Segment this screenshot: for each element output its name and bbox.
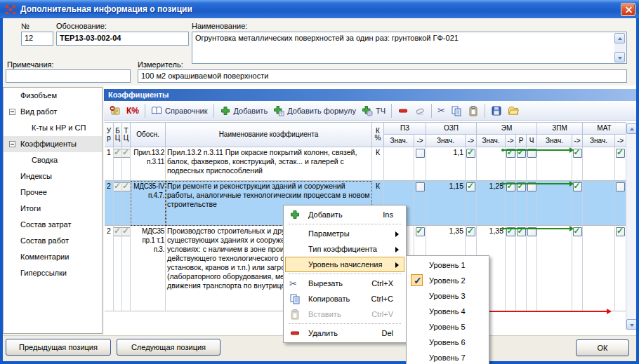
close-button[interactable] bbox=[621, 3, 635, 16]
col-header-znach[interactable]: Знач. bbox=[426, 135, 466, 147]
scroll-down-icon[interactable] bbox=[626, 319, 637, 330]
cell-zpm-arrow[interactable] bbox=[572, 181, 583, 226]
menu-item-delete[interactable]: Удалить Del bbox=[285, 325, 404, 341]
cell-ozp-arrow[interactable] bbox=[466, 147, 477, 181]
sidebar-item-kty-k-nr-i-sp[interactable]: К-ты к НР и СП bbox=[4, 120, 102, 136]
cell-em-r[interactable] bbox=[516, 147, 527, 181]
menu-item-add[interactable]: Добавить Ins bbox=[285, 207, 404, 222]
checkbox[interactable] bbox=[466, 182, 475, 191]
col-header-arrow[interactable]: -> bbox=[414, 135, 426, 147]
col-header-obosn[interactable]: Обосн. bbox=[131, 122, 166, 147]
cell-zpm-arrow[interactable] bbox=[572, 226, 583, 311]
add-button[interactable]: Добавить bbox=[217, 104, 271, 118]
menu-item-paste[interactable]: Вставить Ctrl+V bbox=[285, 306, 404, 322]
col-group-mat[interactable]: МАТ bbox=[583, 122, 626, 135]
delete-button[interactable] bbox=[395, 104, 411, 118]
cell-pz-arrow[interactable] bbox=[414, 181, 426, 226]
menu-item-accrual-level[interactable]: Уровень начисления bbox=[285, 257, 404, 272]
col-header-tc[interactable]: ТЦ bbox=[122, 122, 131, 147]
menu-item-cut[interactable]: ✂ Вырезать Ctrl+X bbox=[285, 276, 404, 291]
checkbox[interactable] bbox=[616, 149, 625, 158]
measure-field[interactable]: 100 м2 окрашиваемой поверхности bbox=[138, 69, 627, 83]
col-header-znach[interactable]: Знач. bbox=[384, 135, 414, 147]
list-button[interactable] bbox=[107, 104, 124, 118]
submenu-item-level-2[interactable]: Уровень 2 bbox=[408, 273, 487, 288]
sidebar-item-fizobem[interactable]: Физобъем bbox=[4, 88, 102, 104]
checkbox[interactable] bbox=[416, 182, 425, 191]
checkbox[interactable] bbox=[573, 149, 582, 158]
cell-mat-arrow[interactable] bbox=[615, 181, 626, 226]
checkbox[interactable] bbox=[466, 149, 475, 158]
col-header-znach[interactable]: Знач. bbox=[537, 135, 572, 147]
cell-obosn[interactable]: Прил.13.2 п.3.11 bbox=[131, 147, 166, 181]
cell-em-arrow[interactable] bbox=[506, 226, 516, 311]
checkbox[interactable] bbox=[573, 182, 582, 191]
title-bar[interactable]: Дополнительная информация о позиции bbox=[0, 0, 639, 18]
collapse-icon[interactable] bbox=[9, 141, 15, 147]
col-header-r[interactable]: Р bbox=[516, 135, 527, 147]
sidebar-item-prochee[interactable]: Прочее bbox=[4, 184, 102, 201]
ok-button[interactable]: ОК bbox=[576, 339, 629, 356]
col-header-znach[interactable]: Знач. bbox=[477, 135, 506, 147]
name-field-scrollbar[interactable] bbox=[614, 33, 626, 62]
cell-ozp-arrow[interactable] bbox=[466, 181, 477, 226]
cell-k[interactable]: К bbox=[372, 147, 384, 181]
col-header-znach[interactable]: Знач. bbox=[583, 135, 615, 147]
cell-mat-znach[interactable] bbox=[583, 147, 615, 181]
checkbox[interactable] bbox=[616, 227, 625, 236]
cell-name[interactable]: Прил.13.2 п.3.11 При окраске покрытий ко… bbox=[166, 147, 372, 181]
sidebar-item-sostav-zatrat[interactable]: Состав затрат bbox=[4, 217, 102, 233]
sidebar-item-vid-rabot[interactable]: Вид работ bbox=[4, 104, 102, 120]
cell-mat-znach[interactable] bbox=[583, 226, 615, 311]
checkbox[interactable] bbox=[466, 227, 475, 236]
add-formula-button[interactable]: Добавить формулу bbox=[270, 104, 359, 118]
col-group-ozp[interactable]: ОЗП bbox=[426, 122, 477, 135]
col-header-ch[interactable]: Ч bbox=[527, 135, 537, 147]
submenu-item-level-6[interactable]: Уровень 6 bbox=[408, 335, 487, 350]
submenu-item-level-1[interactable]: Уровень 1 bbox=[408, 257, 487, 273]
col-header-arrow[interactable]: -> bbox=[572, 135, 583, 147]
cell-em-ch[interactable] bbox=[527, 147, 537, 181]
col-header-arrow[interactable]: -> bbox=[506, 135, 516, 147]
submenu-item-level-5[interactable]: Уровень 5 bbox=[408, 319, 487, 335]
cell-zpm-znach[interactable] bbox=[537, 147, 572, 181]
cell-mat-znach[interactable] bbox=[583, 181, 615, 226]
submenu-item-level-4[interactable]: Уровень 4 bbox=[408, 304, 487, 319]
cell-em-znach[interactable] bbox=[477, 147, 506, 181]
col-header-name[interactable]: Наименование коэффициента bbox=[166, 122, 372, 147]
scroll-down-icon[interactable] bbox=[614, 52, 625, 62]
notes-field[interactable] bbox=[6, 69, 131, 83]
col-group-em[interactable]: ЭМ bbox=[477, 122, 537, 135]
col-header-k[interactable]: К% bbox=[372, 122, 384, 147]
cell-obosn[interactable]: МДС35-IV п.4.7. bbox=[131, 181, 166, 226]
cell-em-arrow[interactable] bbox=[506, 147, 516, 181]
justification-field[interactable]: ТЕР13-03-002-04 bbox=[56, 32, 189, 46]
scroll-up-icon[interactable] bbox=[614, 33, 625, 43]
sidebar-item-kommentarii[interactable]: Комментарии bbox=[4, 249, 102, 265]
checkbox[interactable] bbox=[616, 182, 625, 191]
cell-zpm-znach[interactable] bbox=[537, 226, 572, 311]
number-field[interactable]: 12 bbox=[21, 32, 53, 46]
copy-button[interactable] bbox=[448, 104, 465, 118]
col-header-arrow[interactable]: -> bbox=[615, 135, 626, 147]
cell-pz-arrow[interactable] bbox=[414, 147, 426, 181]
scroll-up-icon[interactable] bbox=[626, 123, 637, 134]
col-header-ur[interactable]: Ур bbox=[105, 122, 114, 147]
checkbox[interactable] bbox=[416, 227, 425, 236]
submenu-item-level-3[interactable]: Уровень 3 bbox=[408, 288, 487, 304]
sidebar-item-itogi[interactable]: Итоги bbox=[4, 201, 102, 217]
cell-em-arrow[interactable] bbox=[506, 181, 516, 226]
reference-button[interactable]: Справочник bbox=[148, 104, 211, 118]
cell-em-ch[interactable] bbox=[527, 226, 537, 311]
col-group-zpm[interactable]: ЗПМ bbox=[537, 122, 583, 135]
sidebar-item-svodka[interactable]: Сводка bbox=[4, 152, 102, 168]
checkbox[interactable] bbox=[573, 227, 582, 236]
cell-ozp-znach[interactable]: 1,15 bbox=[426, 181, 466, 226]
cell-mat-arrow[interactable] bbox=[615, 147, 626, 181]
cell-zpm-znach[interactable] bbox=[537, 181, 572, 226]
sidebar-item-indeksy[interactable]: Индексы bbox=[4, 168, 102, 184]
eraser-button[interactable] bbox=[411, 104, 428, 118]
cell-em-r[interactable] bbox=[516, 181, 527, 226]
sidebar-item-giperssylki[interactable]: Гиперссылки bbox=[4, 265, 102, 281]
next-position-button[interactable]: Следующая позиция bbox=[117, 339, 220, 356]
